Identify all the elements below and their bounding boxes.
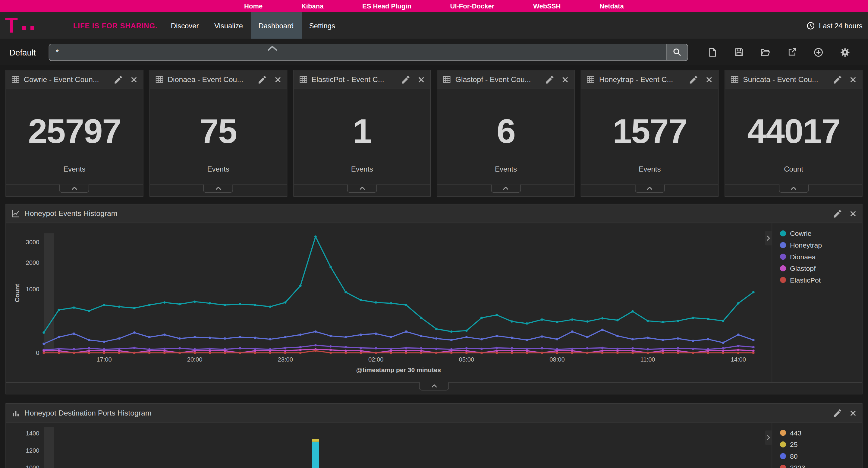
remove-icon[interactable] [418,76,425,83]
search-button[interactable] [666,44,687,60]
edit-icon[interactable] [834,76,841,84]
remove-icon[interactable] [706,76,712,83]
metric-body: 1Events [294,89,430,184]
nav-tab-visualize[interactable]: Visualize [207,12,251,38]
topnav-link-webssh[interactable]: WebSSH [533,2,561,10]
nav-tab-settings[interactable]: Settings [301,12,343,38]
legend-item[interactable]: 443 [780,427,862,439]
remove-icon[interactable] [274,76,281,83]
query-input[interactable] [49,44,666,60]
share-dashboard-button[interactable] [786,47,798,58]
new-dashboard-button[interactable] [707,47,718,58]
legend-item[interactable]: Glastopf [780,263,862,274]
metric-value: 25797 [28,114,121,148]
panel-collapse-strip [6,382,862,394]
edit-icon[interactable] [258,76,266,84]
search-icon [673,48,681,56]
collapse-toggle[interactable] [491,184,521,193]
legend-item[interactable]: Dionaea [780,251,862,263]
edit-icon[interactable] [402,76,410,84]
metric-value: 1577 [613,114,687,148]
external-services-links: HomeKibanaES Head PluginUI-For-DockerWeb… [244,2,624,10]
collapse-toggle[interactable] [635,184,664,193]
chevron-right-icon [767,435,770,440]
remove-icon[interactable] [849,76,856,83]
chevron-up-icon [647,187,653,190]
legend-item[interactable]: 80 [780,450,862,462]
legend-item[interactable]: 2223 [780,462,862,468]
legend: 44325802223 [772,422,862,468]
edit-icon[interactable] [834,210,841,217]
metric-body: 1577Events [581,89,718,184]
legend-item[interactable]: 25 [780,439,862,450]
chevron-up-icon [431,384,437,388]
bar-chart-icon [12,409,20,417]
remove-icon[interactable] [130,76,137,83]
panel-collapse-strip [438,184,574,196]
add-visualization-button[interactable] [813,47,824,58]
x-tick-label: 02:00 [368,356,384,363]
x-tick-label: 17:00 [96,356,112,363]
collapse-toggle[interactable] [419,382,449,390]
gear-icon [840,47,849,57]
x-tick-label: 20:00 [187,356,203,363]
metric-body: 6Events [438,89,574,184]
chevron-up-icon [71,187,78,190]
topnav-link-ui-for-docker[interactable]: UI-For-Docker [450,2,494,10]
timepicker[interactable]: Last 24 hours [807,12,868,38]
panel-header: ElasticPot - Event C... [294,70,430,89]
x-tick-label: 23:00 [278,356,293,363]
metric-body: 75Events [150,89,286,184]
options-button[interactable] [839,47,850,58]
y-tick-label: 1200 [19,447,39,454]
metric-panel: Cowrie - Event Coun...25797Events [5,70,143,197]
remove-icon[interactable] [849,210,856,217]
collapse-toggle[interactable] [59,184,89,193]
collapse-toggle[interactable] [778,184,808,193]
edit-icon[interactable] [834,409,841,417]
y-tick-label: 1000 [19,464,39,468]
legend-label: ElasticPot [790,276,821,284]
remove-icon[interactable] [562,76,569,83]
edit-icon[interactable] [115,76,122,84]
save-dashboard-button[interactable] [733,47,744,58]
metric-label: Events [207,165,229,173]
metric-panel: Honeytrap - Event C...1577Events [581,70,718,197]
panel-title: ElasticPot - Event C... [311,76,394,84]
edit-icon[interactable] [546,76,554,84]
topnav-link-kibana[interactable]: Kibana [301,2,323,10]
nav-tab-discover[interactable]: Discover [163,12,207,38]
legend-item[interactable]: ElasticPot [780,274,862,286]
dashboard-name: Default [9,47,36,57]
panel-title: Cowrie - Event Coun... [24,76,106,84]
metric-label: Events [639,165,661,173]
legend-item[interactable]: Honeytrap [780,239,862,251]
legend-color-dot [780,277,786,283]
collapse-toggle[interactable] [347,184,377,193]
metric-label: Events [63,165,85,173]
legend-item[interactable]: Cowrie [780,228,862,239]
remove-icon[interactable] [849,409,856,416]
legend-color-dot [780,242,786,248]
nav-tab-dashboard[interactable]: Dashboard [251,12,301,38]
collapse-toggle[interactable] [204,184,233,193]
table-icon [12,76,20,83]
edit-icon[interactable] [690,76,698,84]
topnav-link-netdata[interactable]: Netdata [599,2,624,10]
legend-toggle[interactable] [765,430,772,445]
open-dashboard-button[interactable] [760,47,771,58]
dashboard-toolbar [707,47,851,58]
panel-header: Honeypot Destination Ports Histogram [6,404,862,422]
metric-value: 1 [353,114,372,148]
legend-toggle[interactable] [765,231,772,245]
tmobile-logo[interactable]: T [5,13,18,38]
panel-title: Dionaea - Event Cou... [167,76,250,84]
legend-label: Glastopf [790,264,816,272]
topnav-link-home[interactable]: Home [244,2,262,10]
y-tick-label: 0 [19,350,39,356]
legend-label: 443 [790,429,801,437]
topnav-link-es-head-plugin[interactable]: ES Head Plugin [362,2,411,10]
events-chart: 0100020003000 17:0020:0023:0002:0005:000… [6,223,862,382]
panel-header: Dionaea - Event Cou... [150,70,286,89]
events-histogram-panel: Honeypot Events Histogram 0100020003000 … [5,204,862,394]
